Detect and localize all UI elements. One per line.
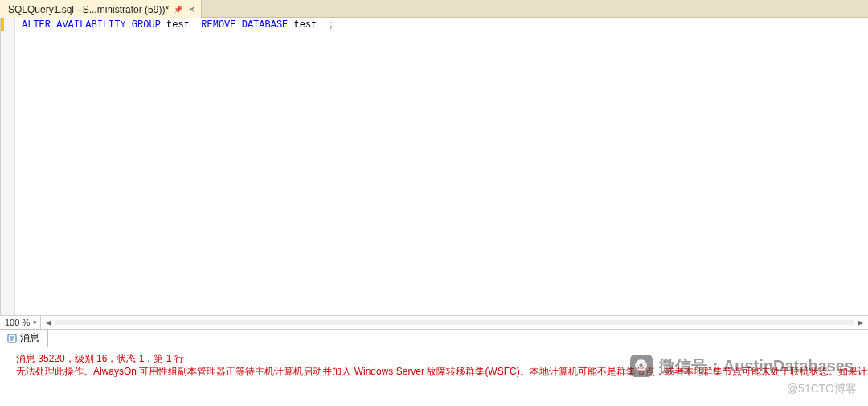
message-line-2: 无法处理此操作。AlwaysOn 可用性组副本管理器正等待主机计算机启动并加入 …: [16, 365, 860, 378]
ident-test2: test: [294, 19, 317, 31]
editor-wrap: ALTER AVAILABILITY GROUP test REMOVE DAT…: [0, 18, 868, 315]
close-icon[interactable]: ×: [187, 4, 196, 15]
document-tab[interactable]: SQLQuery1.sql - S...ministrator (59))* 📌…: [0, 0, 202, 17]
messages-tab[interactable]: 消息: [2, 329, 48, 347]
sql-editor[interactable]: ALTER AVAILABILITY GROUP test REMOVE DAT…: [15, 18, 868, 315]
info-icon: [7, 334, 17, 343]
tab-bar: SQLQuery1.sql - S...ministrator (59))* 📌…: [0, 0, 868, 18]
messages-tab-bar: 消息: [0, 330, 868, 347]
ident-test1: test: [166, 19, 190, 31]
kw-availability: AVAILABILITY: [56, 19, 125, 31]
scroll-right-icon[interactable]: ▶: [854, 318, 866, 326]
tab-title: SQLQuery1.sql - S...ministrator (59))*: [8, 4, 169, 15]
horizontal-scrollbar[interactable]: ◀ ▶: [41, 316, 868, 329]
scroll-left-icon[interactable]: ◀: [43, 318, 55, 326]
zoom-dropdown-icon[interactable]: ▾: [33, 316, 41, 329]
zoom-bar: 100 % ▾ ◀ ▶: [0, 315, 868, 330]
kw-database: DATABASE: [242, 19, 289, 31]
editor-gutter: [1, 18, 15, 315]
pin-icon[interactable]: 📌: [174, 6, 182, 14]
message-line-1: 消息 35220，级别 16，状态 1，第 1 行: [16, 352, 860, 365]
zoom-value[interactable]: 100 %: [0, 318, 33, 327]
messages-area[interactable]: 消息 35220，级别 16，状态 1，第 1 行 无法处理此操作。Always…: [0, 347, 868, 392]
kw-group: GROUP: [132, 19, 161, 31]
messages-tab-label: 消息: [20, 331, 39, 345]
credit-text: @51CTO博客: [787, 382, 857, 396]
change-marker: [1, 18, 4, 31]
scroll-track[interactable]: [55, 320, 854, 325]
semicolon: ;: [329, 19, 334, 31]
kw-alter: ALTER: [22, 19, 51, 31]
kw-remove: REMOVE: [201, 19, 235, 31]
tab-bar-empty: [202, 0, 868, 17]
